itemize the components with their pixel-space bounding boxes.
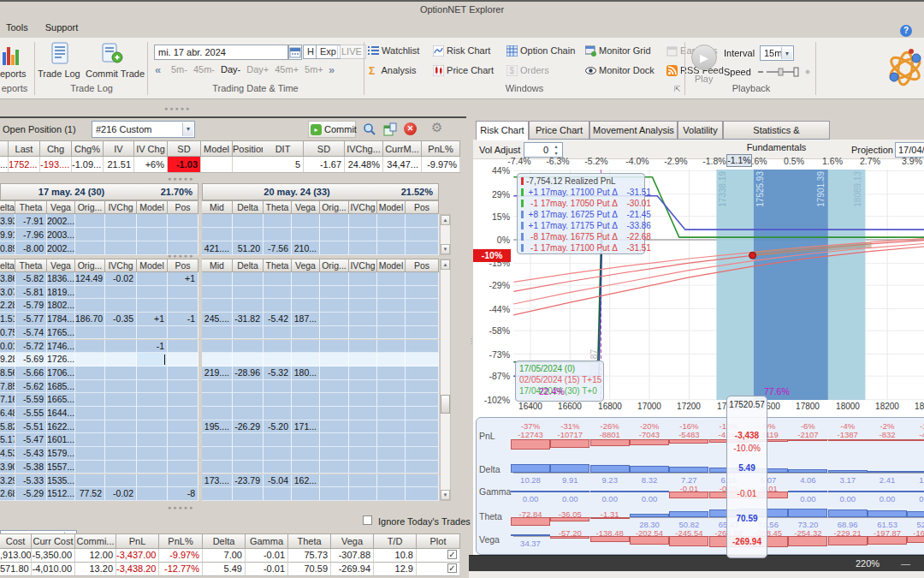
- chain-cell[interactable]: 1685...: [47, 380, 75, 394]
- chain-cell[interactable]: [233, 286, 264, 300]
- chain-cell[interactable]: [320, 433, 349, 447]
- chain-cell[interactable]: [202, 380, 233, 394]
- chain-cell[interactable]: 3.93: [0, 214, 15, 228]
- chain-cell[interactable]: -8.00: [15, 241, 47, 255]
- chain-cell[interactable]: -31.82: [233, 313, 264, 326]
- chain-cell[interactable]: 4.53: [0, 447, 15, 461]
- chain-cell[interactable]: [202, 433, 233, 447]
- chain-cell[interactable]: [105, 380, 137, 394]
- chain-cell[interactable]: 1706...: [47, 366, 75, 380]
- chain-cell[interactable]: [406, 272, 439, 286]
- reports-icon[interactable]: [2, 44, 21, 66]
- chain-cell[interactable]: [202, 214, 233, 228]
- step-back-icon[interactable]: «: [155, 63, 161, 76]
- chain-cell[interactable]: 9.91: [0, 228, 15, 241]
- chain-cell[interactable]: [349, 353, 377, 366]
- chain-column-header[interactable]: IVChg: [349, 200, 377, 214]
- export-grid-icon[interactable]: [383, 122, 397, 136]
- chain-cell[interactable]: [75, 393, 105, 407]
- chain-cell[interactable]: 2002...: [47, 214, 75, 228]
- chain-cell[interactable]: [264, 299, 292, 313]
- chain-cell[interactable]: [137, 214, 168, 228]
- chain-cell[interactable]: -5.72: [15, 340, 47, 354]
- scrollbar[interactable]: ▲ ▼: [440, 214, 451, 255]
- chain-cell[interactable]: [105, 286, 137, 300]
- chain-cell[interactable]: [349, 393, 377, 407]
- chain-cell[interactable]: [320, 286, 349, 300]
- chain-cell[interactable]: [75, 353, 105, 366]
- chain-cell[interactable]: [292, 272, 320, 286]
- chain-column-header[interactable]: Theta: [264, 200, 292, 214]
- chain-column-header[interactable]: Delta: [233, 200, 264, 214]
- ignore-trades-checkbox[interactable]: Ignore Today's Trades: [363, 515, 471, 527]
- chain-column-header[interactable]: Model: [377, 259, 406, 272]
- chain-cell[interactable]: [377, 340, 406, 354]
- chain-cell[interactable]: [406, 393, 439, 407]
- chain-cell[interactable]: [292, 299, 320, 313]
- chain-cell[interactable]: [233, 272, 264, 286]
- chain-cell[interactable]: [292, 353, 320, 366]
- chain-cell[interactable]: [292, 447, 320, 461]
- chain-cell[interactable]: [406, 380, 439, 394]
- chain-cell[interactable]: [406, 214, 439, 228]
- chain-cell[interactable]: -7.91: [15, 214, 47, 228]
- chain-cell[interactable]: 1802...: [47, 299, 75, 313]
- chain-cell[interactable]: [377, 313, 406, 326]
- chain-cell[interactable]: [168, 214, 198, 228]
- chain-cell[interactable]: [406, 241, 439, 255]
- chain-cell[interactable]: 77.52: [75, 487, 105, 501]
- chain-cell[interactable]: 5.17: [0, 433, 15, 447]
- chain-cell[interactable]: [377, 241, 406, 255]
- chain-cell[interactable]: [406, 313, 439, 326]
- chain-cell[interactable]: [233, 407, 264, 420]
- chain-cell[interactable]: [75, 286, 105, 300]
- chain-column-header[interactable]: elta: [0, 259, 15, 272]
- chain-cell[interactable]: [406, 407, 439, 420]
- chain-cell[interactable]: -7.96: [15, 228, 47, 241]
- chain-cell[interactable]: [233, 228, 264, 241]
- chain-cell[interactable]: [406, 299, 439, 313]
- chain-cell[interactable]: [233, 380, 264, 394]
- chain-cell[interactable]: [168, 286, 198, 300]
- expiry-header[interactable]: 20 may. 24 (33) 21.52%: [202, 183, 439, 200]
- tab-risk-chart[interactable]: Risk Chart: [476, 121, 529, 140]
- chain-cell[interactable]: [168, 447, 198, 461]
- chain-cell[interactable]: [75, 326, 105, 340]
- chain-cell[interactable]: [202, 447, 233, 461]
- chain-cell[interactable]: [320, 474, 349, 488]
- chain-cell[interactable]: [105, 420, 137, 434]
- chain-cell[interactable]: 1512...: [47, 487, 75, 501]
- chain-column-header[interactable]: Orig...: [75, 200, 105, 214]
- chain-column-header[interactable]: IVChg: [349, 259, 377, 272]
- chain-cell[interactable]: [202, 286, 233, 300]
- chain-cell[interactable]: -5.82: [15, 272, 47, 286]
- chain-cell[interactable]: [105, 228, 137, 241]
- chain-cell[interactable]: [377, 380, 406, 394]
- chain-cell[interactable]: -8: [168, 487, 198, 501]
- play-button[interactable]: ▶: [691, 45, 717, 70]
- chain-cell[interactable]: [406, 326, 439, 340]
- chain-cell[interactable]: 1622...: [47, 420, 75, 434]
- chain-column-header[interactable]: Mid: [202, 200, 233, 214]
- chain-cell[interactable]: [292, 393, 320, 407]
- tab-movement-analysis[interactable]: Movement Analysis: [589, 121, 678, 140]
- chain-cell[interactable]: 6.48: [0, 407, 15, 420]
- chain-cell[interactable]: [168, 353, 198, 366]
- chain-cell[interactable]: [264, 340, 292, 354]
- vertical-splitter[interactable]: ⋮: [466, 101, 473, 578]
- chain-cell[interactable]: [168, 461, 198, 474]
- chain-cell[interactable]: [75, 420, 105, 434]
- chain-cell[interactable]: [292, 286, 320, 300]
- chain-cell[interactable]: [202, 487, 233, 501]
- chain-cell[interactable]: -0.02: [105, 272, 137, 286]
- chain-cell[interactable]: [264, 487, 292, 501]
- chain-cell[interactable]: 2003...: [47, 228, 75, 241]
- chain-cell[interactable]: -5.42: [264, 313, 292, 326]
- chain-cell[interactable]: [377, 353, 406, 366]
- monitor-grid-button[interactable]: Monitor Grid: [585, 45, 651, 58]
- chain-cell[interactable]: [349, 447, 377, 461]
- chain-cell[interactable]: [377, 447, 406, 461]
- chain-cell[interactable]: [105, 461, 137, 474]
- chain-cell[interactable]: 1746...: [47, 340, 75, 354]
- nav-Day-[interactable]: Day-: [221, 64, 240, 74]
